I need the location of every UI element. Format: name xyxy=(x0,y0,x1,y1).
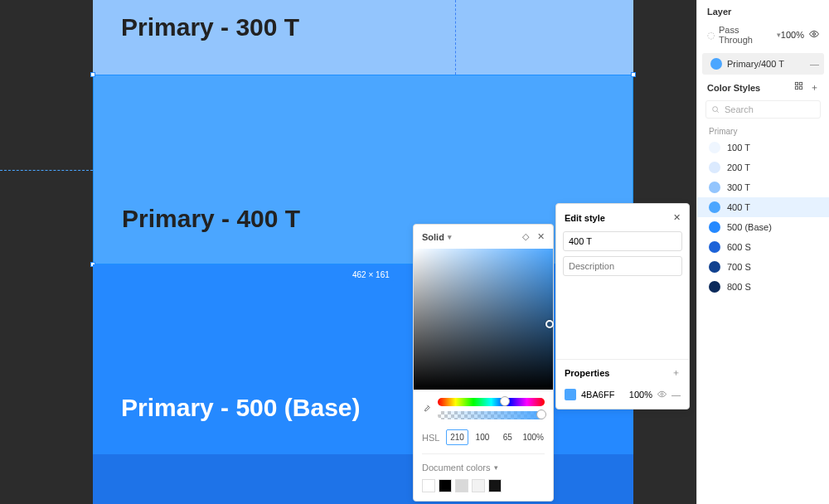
layer-color-dot xyxy=(710,58,722,70)
hue-input[interactable]: 210 xyxy=(446,429,468,445)
document-color-swatch[interactable] xyxy=(488,479,502,492)
hue-slider[interactable] xyxy=(438,398,545,406)
style-swatch xyxy=(709,281,720,293)
document-color-swatch[interactable] xyxy=(422,479,435,492)
svg-rect-2 xyxy=(795,82,797,85)
style-swatch xyxy=(709,162,720,173)
hue-knob[interactable] xyxy=(500,396,510,406)
fill-type-dropdown[interactable]: Solid ▾ xyxy=(422,232,452,242)
blend-icon: ◌ xyxy=(707,30,715,41)
alpha-input[interactable]: 100% xyxy=(521,429,545,445)
color-style-item[interactable]: 700 S xyxy=(697,257,829,277)
svg-line-7 xyxy=(717,111,719,113)
grid-view-icon[interactable] xyxy=(794,81,803,94)
fill-type-label: Solid xyxy=(422,232,444,242)
swatch-label: Primary - 300 T xyxy=(121,13,299,41)
selection-dimensions: 462 × 161 xyxy=(348,269,394,281)
search-icon xyxy=(711,105,720,114)
inspector-sidebar: Layer ◌ Pass Through ▾ 100% Primary/400 … xyxy=(696,0,829,504)
style-name: 200 T xyxy=(727,162,750,172)
selection-handle[interactable] xyxy=(90,72,95,77)
swatch-label: Primary - 400 T xyxy=(122,205,300,233)
alpha-knob[interactable] xyxy=(536,410,546,419)
color-style-item[interactable]: 600 S xyxy=(697,237,829,257)
swatch-label: Primary - 500 (Base) xyxy=(121,394,361,422)
alpha-slider[interactable] xyxy=(438,411,545,419)
chevron-down-icon: ▾ xyxy=(448,233,452,241)
sv-cursor[interactable] xyxy=(545,320,554,328)
hex-value[interactable]: 4BA6FF xyxy=(581,390,624,400)
layer-name: Primary/400 T xyxy=(727,59,784,69)
color-style-item[interactable]: 800 S xyxy=(697,277,829,297)
svg-rect-5 xyxy=(799,86,802,89)
search-placeholder: Search xyxy=(725,104,754,114)
color-swatch-300[interactable]: Primary - 300 T xyxy=(93,0,633,75)
style-swatch xyxy=(709,241,720,253)
color-model-dropdown[interactable]: HSL xyxy=(422,433,439,443)
color-style-item[interactable]: 400 T xyxy=(697,197,829,217)
style-swatch xyxy=(709,261,720,273)
style-swatch xyxy=(709,182,720,193)
style-name: 700 S xyxy=(727,262,751,272)
detach-style-icon[interactable]: — xyxy=(810,59,819,69)
color-chip[interactable] xyxy=(565,389,576,400)
ruler-guide xyxy=(0,170,93,171)
saturation-input[interactable]: 100 xyxy=(472,429,493,445)
saturation-value-area[interactable] xyxy=(414,249,553,390)
color-style-item[interactable]: 500 (Base) xyxy=(697,217,829,237)
add-property-icon[interactable]: ＋ xyxy=(671,366,681,379)
style-search-input[interactable]: Search xyxy=(705,100,821,119)
add-style-icon[interactable]: ＋ xyxy=(810,81,819,94)
document-colors-label: Document colors xyxy=(422,463,491,472)
document-color-swatch[interactable] xyxy=(439,479,452,492)
style-name: 300 T xyxy=(727,182,750,192)
style-swatch xyxy=(709,221,720,233)
visibility-icon[interactable] xyxy=(809,29,819,41)
svg-point-6 xyxy=(713,107,718,112)
document-colors-dropdown[interactable]: Document colors ▾ xyxy=(422,463,545,472)
style-swatch xyxy=(709,201,720,213)
remove-property-icon[interactable]: — xyxy=(671,390,681,400)
chevron-down-icon: ▾ xyxy=(494,463,498,472)
style-name: 400 T xyxy=(727,202,750,212)
style-name: 500 (Base) xyxy=(727,222,772,232)
document-color-swatch[interactable] xyxy=(455,479,468,492)
blend-mode-label: Pass Through xyxy=(719,25,773,45)
style-name: 600 S xyxy=(727,242,751,252)
color-style-item[interactable]: 200 T xyxy=(697,158,829,177)
close-icon[interactable]: ✕ xyxy=(537,231,545,242)
layer-section-title: Layer xyxy=(707,7,819,17)
eyedropper-icon[interactable] xyxy=(422,404,431,414)
color-style-item[interactable]: 300 T xyxy=(697,177,829,197)
color-style-list: 100 T200 T300 T400 T500 (Base)600 S700 S… xyxy=(697,138,829,297)
color-style-item[interactable]: 100 T xyxy=(697,138,829,158)
center-guide xyxy=(455,0,456,75)
svg-point-0 xyxy=(661,393,663,395)
document-color-swatch[interactable] xyxy=(472,479,485,492)
opacity-value[interactable]: 100% xyxy=(629,390,652,400)
edit-style-panel: Edit style ✕ Properties ＋ 4BA6FF 100% — xyxy=(555,203,690,410)
svg-point-1 xyxy=(813,33,816,36)
color-styles-title: Color Styles xyxy=(707,83,760,93)
svg-rect-3 xyxy=(799,82,802,85)
layer-opacity[interactable]: 100% xyxy=(781,30,804,40)
blend-mode-dropdown[interactable]: ◌ Pass Through ▾ xyxy=(707,25,781,45)
selection-handle[interactable] xyxy=(631,72,636,77)
color-picker-panel: Solid ▾ ◇ ✕ HSL 210 100 65 100% xyxy=(413,224,554,502)
svg-rect-4 xyxy=(795,86,797,89)
style-swatch xyxy=(709,142,720,153)
properties-title: Properties xyxy=(565,368,609,378)
panel-title: Edit style xyxy=(565,213,605,223)
style-group-label: Primary xyxy=(697,122,829,138)
document-color-swatches xyxy=(422,479,545,492)
style-name-input[interactable] xyxy=(563,231,682,251)
style-name: 100 T xyxy=(727,143,750,153)
close-icon[interactable]: ✕ xyxy=(673,212,681,223)
style-name: 800 S xyxy=(727,282,751,292)
visibility-icon[interactable] xyxy=(657,390,667,400)
selected-layer-chip[interactable]: Primary/400 T — xyxy=(702,53,824,75)
lightness-input[interactable]: 65 xyxy=(497,429,518,445)
blend-mode-icon[interactable]: ◇ xyxy=(522,231,529,242)
style-description-input[interactable] xyxy=(563,256,682,276)
